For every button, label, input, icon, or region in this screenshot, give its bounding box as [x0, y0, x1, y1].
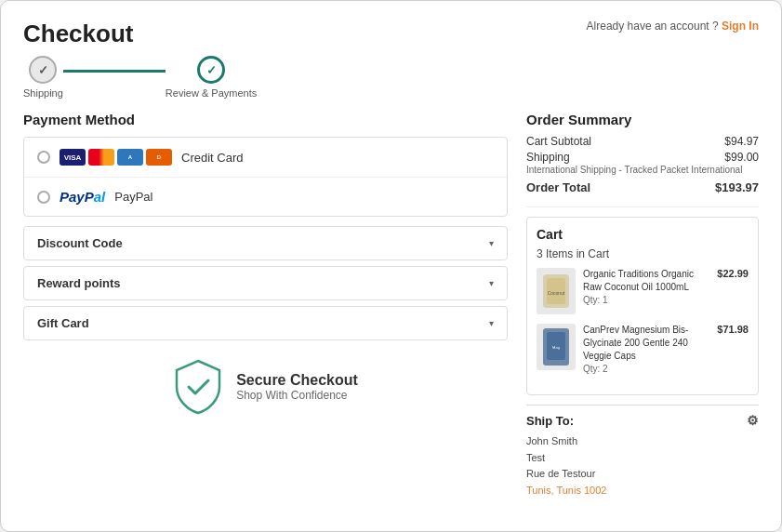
cart-item-2-name: CanPrev Magnesium Bis-Glycinate 200 Gent… — [583, 324, 709, 363]
ship-address: John Smith Test Rue de Testour Tunis, Tu… — [526, 433, 759, 499]
step-circle-review: ✓ — [197, 56, 225, 84]
credit-card-label: Credit Card — [181, 151, 243, 165]
order-summary-title: Order Summary — [526, 112, 759, 127]
ship-to-title: Ship To: — [526, 414, 574, 428]
sign-in-link[interactable]: Sign In — [722, 20, 759, 33]
payment-options: VISA A D Credit Card PayPal PayPal — [23, 137, 508, 217]
gift-card-label: Gift Card — [37, 316, 89, 330]
paypal-label: PayPal — [114, 190, 152, 204]
step-connector — [63, 70, 166, 73]
order-total-value: $193.97 — [715, 180, 759, 194]
step-label-shipping: Shipping — [23, 87, 63, 99]
cart-item-1-qty: Qty: 1 — [583, 294, 709, 307]
mastercard-icon — [88, 149, 114, 166]
discount-code-chevron: ▾ — [489, 238, 494, 248]
card-icons: VISA A D — [60, 149, 172, 166]
payment-option-credit-card[interactable]: VISA A D Credit Card — [24, 138, 507, 178]
cart-count: 3 Items in Cart — [537, 247, 749, 260]
gear-icon[interactable]: ⚙ — [747, 413, 759, 428]
cart-subtotal-row: Cart Subtotal $94.97 — [526, 135, 759, 148]
reward-points-chevron: ▾ — [489, 278, 494, 288]
cart-item-1: Coconut Organic Traditions Organic Raw C… — [537, 268, 749, 314]
order-total-label: Order Total — [526, 180, 590, 194]
ship-city: Tunis, Tunis 1002 — [526, 483, 759, 499]
main-content: Payment Method VISA A D Credit Card — [23, 112, 759, 512]
order-total-row: Order Total $193.97 — [526, 180, 759, 194]
secure-checkout-title: Secure Checkout — [236, 372, 358, 389]
svg-text:Mag: Mag — [552, 345, 560, 350]
ship-name: John Smith — [526, 433, 759, 450]
gift-card-accordion[interactable]: Gift Card ▾ — [23, 306, 508, 340]
secure-checkout-subtitle: Shop With Confidence — [236, 389, 358, 402]
cart-item-1-name: Organic Traditions Organic Raw Coconut O… — [583, 268, 709, 294]
svg-text:Coconut: Coconut — [548, 290, 565, 296]
checkout-page: Checkout Already have an account ? Sign … — [0, 0, 782, 532]
left-panel: Payment Method VISA A D Credit Card — [23, 112, 508, 512]
visa-icon: VISA — [60, 149, 86, 166]
cart-title: Cart — [537, 227, 749, 242]
header: Checkout Already have an account ? Sign … — [23, 20, 759, 48]
step-shipping: ✓ Shipping — [23, 56, 63, 99]
discount-code-accordion[interactable]: Discount Code ▾ — [23, 226, 508, 260]
discount-code-label: Discount Code — [37, 236, 123, 250]
ship-to-header: Ship To: ⚙ — [526, 413, 759, 428]
ship-line2: Rue de Testour — [526, 466, 759, 483]
cart-item-1-price: $22.99 — [717, 268, 749, 279]
payment-method-title: Payment Method — [23, 112, 508, 127]
radio-paypal[interactable] — [37, 191, 50, 204]
shield-icon — [173, 359, 223, 415]
shipping-value: $99.00 — [724, 151, 759, 164]
cart-item-2-qty: Qty: 2 — [583, 363, 709, 376]
cart-subtotal-value: $94.97 — [724, 135, 759, 148]
cart-item-2-price: $71.98 — [717, 324, 749, 335]
cart-item-2-details: CanPrev Magnesium Bis-Glycinate 200 Gent… — [583, 324, 709, 376]
gift-card-chevron: ▾ — [489, 318, 494, 328]
cart-item-1-details: Organic Traditions Organic Raw Coconut O… — [583, 268, 709, 307]
amex-icon: A — [117, 149, 143, 166]
shipping-note: International Shipping - Tracked Packet … — [526, 165, 759, 175]
step-label-review: Review & Payments — [166, 87, 257, 99]
discover-icon: D — [146, 149, 172, 166]
cart-item-1-image: Coconut — [537, 268, 576, 314]
ship-line1: Test — [526, 450, 759, 467]
cart-section: Cart 3 Items in Cart Coconut Organic Tra… — [526, 217, 759, 395]
order-summary-section: Order Summary Cart Subtotal $94.97 Shipp… — [526, 112, 759, 207]
cart-item-2-image: Mag — [537, 324, 576, 370]
payment-option-paypal[interactable]: PayPal PayPal — [24, 178, 507, 216]
page-title: Checkout — [23, 20, 133, 48]
step-review: ✓ Review & Payments — [166, 56, 257, 99]
already-account-text: Already have an account ? Sign In — [587, 20, 759, 33]
cart-subtotal-label: Cart Subtotal — [526, 135, 591, 148]
cart-item-2: Mag CanPrev Magnesium Bis-Glycinate 200 … — [537, 324, 749, 376]
step-circle-shipping: ✓ — [29, 56, 57, 84]
ship-to-section: Ship To: ⚙ John Smith Test Rue de Testou… — [526, 405, 759, 499]
secure-checkout: Secure Checkout Shop With Confidence — [23, 359, 508, 415]
secure-text-block: Secure Checkout Shop With Confidence — [236, 372, 358, 402]
reward-points-accordion[interactable]: Reward points ▾ — [23, 266, 508, 300]
reward-points-label: Reward points — [37, 276, 121, 290]
shipping-row: Shipping $99.00 — [526, 151, 759, 164]
progress-bar: ✓ Shipping ✓ Review & Payments — [23, 56, 759, 99]
radio-credit-card[interactable] — [37, 151, 50, 164]
shipping-label: Shipping — [526, 151, 570, 164]
right-panel: Order Summary Cart Subtotal $94.97 Shipp… — [526, 112, 759, 512]
paypal-logo: PayPal — [60, 189, 105, 205]
